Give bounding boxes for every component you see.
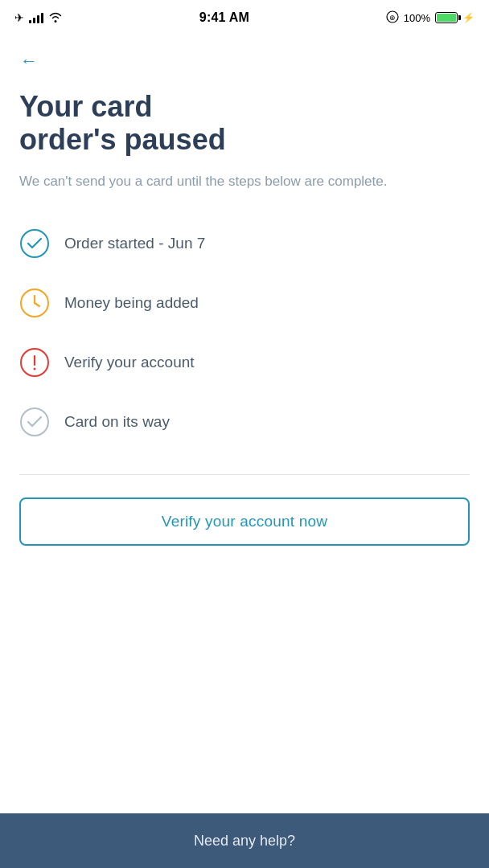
signal-icon bbox=[29, 12, 43, 23]
back-button[interactable]: ← bbox=[13, 45, 45, 77]
step-verify-account: Verify your account bbox=[19, 333, 470, 392]
step-card-on-way: Card on its way bbox=[19, 392, 470, 452]
step-order-started: Order started - Jun 7 bbox=[19, 214, 470, 273]
battery-percent: 100% bbox=[404, 12, 430, 24]
check-circle-grey-icon bbox=[19, 407, 50, 437]
steps-list: Order started - Jun 7 Money being added bbox=[19, 214, 470, 452]
wifi-icon bbox=[48, 11, 63, 25]
divider bbox=[19, 474, 470, 475]
svg-text:⊕: ⊕ bbox=[389, 14, 396, 22]
status-bar: ✈ 9:41 AM ⊕ 100% bbox=[0, 0, 489, 35]
status-bar-left: ✈ bbox=[14, 11, 63, 25]
svg-point-8 bbox=[34, 368, 36, 371]
status-bar-right: ⊕ 100% ⚡ bbox=[386, 10, 475, 26]
step-order-started-label: Order started - Jun 7 bbox=[64, 235, 205, 252]
step-money-added: Money being added bbox=[19, 273, 470, 333]
charging-icon: ⚡ bbox=[462, 12, 475, 23]
back-arrow-icon: ← bbox=[20, 52, 38, 70]
airplane-icon: ✈ bbox=[14, 11, 24, 24]
page-title: Your card order's paused bbox=[19, 90, 470, 157]
verify-button[interactable]: Verify your account now bbox=[19, 497, 470, 546]
status-time: 9:41 AM bbox=[199, 10, 249, 25]
alert-icon bbox=[19, 347, 50, 378]
clock-icon bbox=[19, 288, 50, 318]
step-verify-account-label: Verify your account bbox=[64, 354, 195, 371]
check-circle-icon bbox=[19, 228, 50, 259]
battery-icon bbox=[435, 12, 458, 23]
step-money-added-label: Money being added bbox=[64, 294, 199, 312]
svg-line-5 bbox=[35, 303, 39, 306]
svg-point-9 bbox=[21, 408, 48, 436]
help-text: Need any help? bbox=[194, 833, 295, 850]
lock-icon: ⊕ bbox=[386, 10, 399, 26]
spacer bbox=[19, 546, 470, 794]
main-content: ← Your card order's paused We can't send… bbox=[0, 35, 489, 813]
step-card-on-way-label: Card on its way bbox=[64, 413, 170, 431]
page-subtitle: We can't send you a card until the steps… bbox=[19, 171, 470, 192]
help-footer[interactable]: Need any help? bbox=[0, 813, 489, 868]
svg-point-2 bbox=[21, 230, 48, 257]
